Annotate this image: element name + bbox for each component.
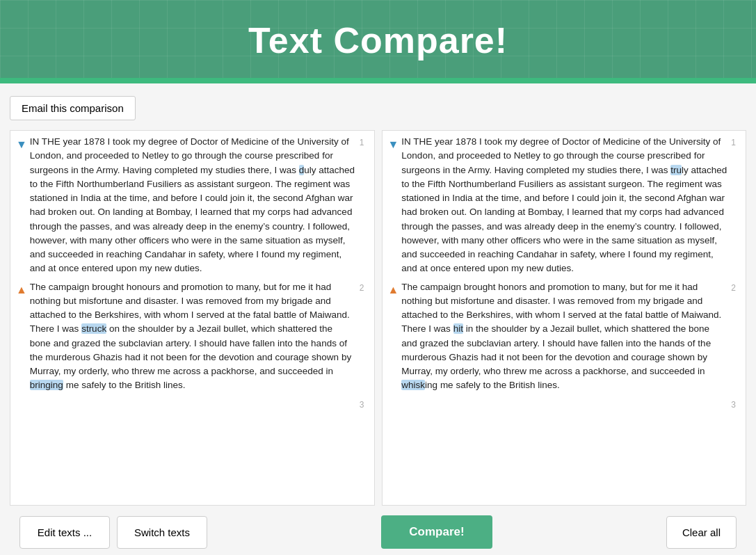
left-panel-inner: ▼ IN THE year 1878 I took my degree of D… xyxy=(10,131,374,419)
diff-highlight-tru: tru xyxy=(670,165,682,175)
accent-bar xyxy=(0,78,756,83)
right-para-3: 3 xyxy=(388,397,741,411)
left-panel: ▼ IN THE year 1878 I took my degree of D… xyxy=(10,130,375,506)
right-line-number-2: 2 xyxy=(727,280,740,393)
edit-texts-button[interactable]: Edit texts ... xyxy=(19,516,110,549)
compare-button[interactable]: Compare! xyxy=(381,515,492,549)
left-para-3-text xyxy=(29,397,356,411)
down-arrow-icon: ▼ xyxy=(16,138,27,150)
app-header: Text Compare! xyxy=(0,0,756,78)
right-para-2-text: The campaign brought honors and promotio… xyxy=(401,280,727,393)
right-line-number-1: 1 xyxy=(727,135,740,276)
right-para-3-text xyxy=(401,397,728,411)
left-para-2: ▲ The campaign brought honours and promo… xyxy=(16,280,369,393)
diff-highlight-whisk: whisk xyxy=(401,380,425,390)
left-para-1-icon: ▼ xyxy=(16,135,30,276)
right-panel: ▼ IN THE year 1878 I took my degree of D… xyxy=(382,130,747,506)
left-line-number-1: 1 xyxy=(356,135,369,276)
up-arrow-icon: ▲ xyxy=(16,284,27,296)
up-arrow-icon-right: ▲ xyxy=(388,284,399,296)
diff-highlight-struck: struck xyxy=(81,323,106,334)
left-para-3-icon xyxy=(16,397,29,411)
switch-texts-button[interactable]: Switch texts xyxy=(117,516,207,549)
left-line-number-2: 2 xyxy=(356,280,369,393)
right-para-1: ▼ IN THE year 1878 I took my degree of D… xyxy=(388,135,741,276)
right-para-2: ▲ The campaign brought honors and promot… xyxy=(388,280,741,393)
down-arrow-icon-right: ▼ xyxy=(388,138,399,150)
footer-left-buttons: Edit texts ... Switch texts xyxy=(19,516,207,549)
diff-highlight-hit: hit xyxy=(453,323,463,334)
left-para-3: 3 xyxy=(16,397,369,411)
left-line-number-3: 3 xyxy=(356,397,369,411)
diff-highlight-bringing: bringing xyxy=(30,380,63,390)
diff-highlight: d xyxy=(299,165,305,175)
right-para-2-icon: ▲ xyxy=(388,280,402,393)
left-para-1-text: IN THE year 1878 I took my degree of Doc… xyxy=(30,135,356,276)
main-content: Email this comparison ▼ IN THE year 1878… xyxy=(0,83,756,555)
email-comparison-button[interactable]: Email this comparison xyxy=(10,96,136,120)
panels-container: ▼ IN THE year 1878 I took my degree of D… xyxy=(10,130,746,506)
right-panel-inner: ▼ IN THE year 1878 I took my degree of D… xyxy=(383,131,746,419)
right-para-1-icon: ▼ xyxy=(388,135,402,276)
footer: Edit texts ... Switch texts Compare! Cle… xyxy=(10,506,746,549)
right-line-number-3: 3 xyxy=(727,397,740,411)
left-para-1: ▼ IN THE year 1878 I took my degree of D… xyxy=(16,135,369,276)
right-para-1-text: IN THE year 1878 I took my degree of Doc… xyxy=(401,135,727,276)
left-para-2-text: The campaign brought honours and promoti… xyxy=(30,280,356,393)
right-para-3-icon xyxy=(388,397,401,411)
clear-all-button[interactable]: Clear all xyxy=(666,516,737,549)
app-title: Text Compare! xyxy=(0,19,756,61)
left-para-2-icon: ▲ xyxy=(16,280,30,393)
